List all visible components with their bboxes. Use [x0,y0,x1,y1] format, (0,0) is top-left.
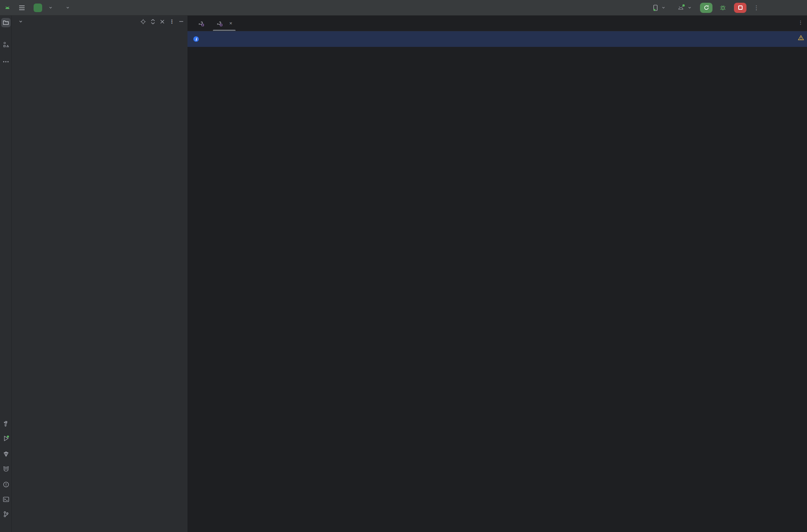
editor-area: × ⋮ i [187,16,807,532]
main-toolbar: ⋮ [0,0,807,16]
gradle-file-icon [216,21,222,26]
build-tool-icon[interactable] [1,419,11,428]
code-editor[interactable] [187,47,807,532]
android-head-icon [678,5,684,10]
panel-options-icon[interactable]: ⋮ [169,18,175,25]
project-panel: ⋮ [12,16,187,532]
chevron-down-icon [49,6,52,9]
collapse-all-icon[interactable] [160,19,165,24]
android-studio-logo-icon [4,4,11,11]
problems-tool-icon[interactable] [1,480,11,489]
git-tool-icon[interactable] [1,509,11,519]
info-icon: i [193,36,199,42]
project-tool-icon[interactable] [1,18,11,27]
run-tool-icon[interactable] [1,434,11,443]
tab-bar-more-icon[interactable]: ⋮ [798,20,803,25]
phone-icon [653,5,658,11]
terminal-tool-icon[interactable] [1,495,11,504]
chevron-down-icon [662,6,665,9]
locate-file-icon[interactable] [140,19,146,25]
project-panel-header: ⋮ [12,16,187,27]
debug-button[interactable] [717,3,728,12]
vcs-selector[interactable] [62,4,72,11]
inspection-warning-icon[interactable] [798,35,804,40]
tab-build-gradle-app[interactable]: × [211,16,237,31]
expand-collapse-icon[interactable] [150,19,155,25]
bug-icon [720,4,726,11]
tool-window-strip [0,16,12,532]
android-studio-window: ⋮ ⋮ [0,0,807,532]
gradle-file-icon [198,21,204,26]
chevron-down-icon [688,6,691,9]
logcat-tool-icon[interactable] [1,464,11,473]
stop-icon [738,5,743,10]
more-tools-icon[interactable] [1,57,11,66]
app-insights-tool-icon[interactable] [1,449,11,459]
main-menu-icon[interactable] [16,4,27,12]
notification-banner: i [187,31,807,47]
chevron-down-icon [66,6,70,9]
hide-panel-icon[interactable] [179,19,184,24]
run-config-selector[interactable] [675,4,694,12]
tab-build-gradle-demo[interactable] [193,16,211,31]
structure-tool-icon[interactable] [1,40,11,49]
close-tab-icon[interactable]: × [229,20,232,26]
refresh-icon [703,5,709,11]
rerun-button[interactable] [700,3,712,13]
toolbar-more-icon[interactable]: ⋮ [751,3,762,13]
stop-button[interactable] [734,3,746,13]
editor-tab-bar: × ⋮ [187,16,807,31]
device-selector[interactable] [651,3,668,12]
chevron-down-icon [19,20,23,23]
project-selector[interactable] [45,4,55,11]
project-badge [34,4,42,12]
